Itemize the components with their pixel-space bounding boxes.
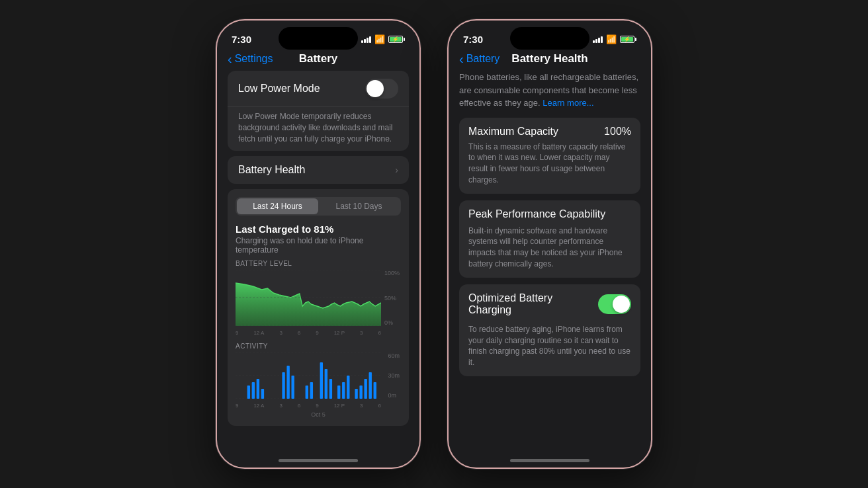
signal-icon-right bbox=[593, 35, 603, 43]
page-title-left: Battery bbox=[299, 52, 338, 65]
svg-rect-26 bbox=[374, 382, 376, 399]
xa-5: 9 bbox=[316, 403, 318, 409]
max-capacity-section: Maximum Capacity 100% This is a measure … bbox=[459, 118, 640, 194]
peak-title: Peak Performance Capability bbox=[468, 208, 631, 220]
svg-rect-17 bbox=[325, 369, 327, 399]
svg-rect-25 bbox=[369, 372, 372, 399]
peak-performance-card: Peak Performance Capability Built-in dyn… bbox=[459, 200, 640, 278]
chevron-right-icon: › bbox=[395, 165, 398, 175]
status-icons-left: 📶 ⚡ bbox=[361, 34, 405, 44]
y-labels-battery: 100% 50% 0% bbox=[384, 270, 400, 326]
xa-8: 6 bbox=[378, 403, 381, 409]
y-60m: 60m bbox=[388, 352, 400, 359]
back-chevron-right: ‹ bbox=[459, 52, 464, 65]
battery-level-label: BATTERY LEVEL bbox=[236, 260, 401, 267]
svg-rect-22 bbox=[355, 389, 357, 399]
low-power-description: Low Power Mode temporarily reduces backg… bbox=[228, 107, 409, 151]
svg-rect-23 bbox=[359, 386, 362, 399]
activity-chart-wrapper: 60m 30m 0m bbox=[236, 352, 381, 401]
x-label-7: 3 bbox=[360, 330, 363, 336]
svg-rect-10 bbox=[261, 389, 264, 399]
health-intro: Phone batteries, like all rechargeable b… bbox=[459, 71, 640, 118]
svg-rect-19 bbox=[337, 386, 340, 399]
charged-title: Last Charged to 81% bbox=[236, 224, 401, 235]
back-button-left[interactable]: ‹ Settings bbox=[228, 52, 273, 65]
phone-right: 7:30 📶 ⚡ ‹ Battery Battery Health bbox=[447, 19, 652, 469]
nav-bar-right: ‹ Battery Battery Health bbox=[449, 50, 651, 71]
svg-rect-14 bbox=[306, 386, 308, 399]
activity-label: ACTIVITY bbox=[236, 343, 401, 350]
home-indicator-right bbox=[510, 459, 589, 462]
svg-rect-11 bbox=[282, 372, 284, 399]
chart-tabs: Last 24 Hours Last 10 Days bbox=[236, 197, 401, 216]
optimized-charging-card: Optimized Battery Charging To reduce bat… bbox=[459, 284, 640, 376]
y-0: 0% bbox=[384, 319, 400, 326]
low-power-card: Low Power Mode Low Power Mode temporaril… bbox=[228, 71, 409, 151]
x-label-1: 9 bbox=[236, 330, 238, 336]
status-icons-right: 📶 ⚡ bbox=[593, 34, 636, 44]
xa-1: 9 bbox=[236, 403, 238, 409]
battery-health-label: Battery Health bbox=[238, 164, 395, 176]
tab-10days[interactable]: Last 10 Days bbox=[318, 198, 400, 214]
xa-4: 6 bbox=[298, 403, 300, 409]
dynamic-island-left bbox=[279, 27, 358, 50]
chart-header: Last Charged to 81% Charging was on hold… bbox=[236, 224, 401, 255]
chart-section: Last 24 Hours Last 10 Days Last Charged … bbox=[228, 189, 409, 426]
toggle-knob-optimized bbox=[613, 296, 630, 313]
svg-rect-7 bbox=[247, 386, 250, 399]
xa-3: 3 bbox=[279, 403, 282, 409]
svg-rect-21 bbox=[347, 376, 349, 399]
max-capacity-card: Maximum Capacity 100% This is a measure … bbox=[459, 118, 640, 194]
back-button-right[interactable]: ‹ Battery bbox=[459, 52, 499, 65]
optimized-row[interactable]: Optimized Battery Charging bbox=[459, 284, 640, 324]
low-power-toggle[interactable] bbox=[365, 79, 398, 99]
back-chevron-left: ‹ bbox=[228, 52, 232, 65]
svg-rect-15 bbox=[310, 382, 313, 399]
svg-rect-9 bbox=[257, 379, 259, 399]
tab-24hours[interactable]: Last 24 Hours bbox=[237, 198, 318, 214]
back-label-right: Battery bbox=[466, 53, 500, 65]
x-labels-activity: 9 12 A 3 6 9 12 P 3 6 bbox=[236, 403, 381, 409]
battery-health-row[interactable]: Battery Health › bbox=[228, 156, 409, 184]
back-label-left: Settings bbox=[235, 53, 273, 65]
toggle-knob-low-power bbox=[367, 80, 384, 97]
max-capacity-row: Maximum Capacity 100% bbox=[468, 126, 631, 138]
battery-icon-left: ⚡ bbox=[388, 36, 405, 43]
low-power-row[interactable]: Low Power Mode bbox=[228, 71, 409, 107]
x-label-6: 12 P bbox=[334, 330, 345, 336]
charged-subtitle: Charging was on hold due to iPhone tempe… bbox=[236, 236, 401, 255]
dynamic-island-right bbox=[510, 27, 589, 50]
activity-chart bbox=[236, 352, 381, 399]
x-label-5: 9 bbox=[316, 330, 318, 336]
time-left: 7:30 bbox=[232, 34, 251, 45]
date-label: Oct 5 bbox=[236, 411, 401, 418]
time-right: 7:30 bbox=[463, 34, 483, 45]
y-0m: 0m bbox=[388, 392, 400, 399]
optimized-label: Optimized Battery Charging bbox=[468, 292, 598, 316]
x-labels-battery: 9 12 A 3 6 9 12 P 3 6 bbox=[236, 330, 381, 336]
svg-rect-12 bbox=[286, 366, 289, 399]
max-capacity-label: Maximum Capacity bbox=[468, 126, 558, 138]
signal-icon-left bbox=[361, 35, 371, 43]
page-title-right: Battery Health bbox=[511, 52, 587, 65]
svg-rect-18 bbox=[329, 379, 332, 399]
svg-rect-20 bbox=[342, 382, 345, 399]
phone-left: 7:30 📶 ⚡ ‹ Settings Battery bbox=[216, 19, 421, 469]
low-power-label: Low Power Mode bbox=[238, 83, 365, 95]
x-label-4: 6 bbox=[298, 330, 300, 336]
svg-rect-24 bbox=[364, 379, 367, 399]
content-left: Low Power Mode Low Power Mode temporaril… bbox=[217, 71, 419, 460]
svg-rect-16 bbox=[320, 362, 323, 399]
wifi-icon-right: 📶 bbox=[606, 34, 617, 44]
optimized-toggle[interactable] bbox=[598, 294, 631, 314]
content-right: Phone batteries, like all rechargeable b… bbox=[449, 71, 651, 460]
learn-more-link[interactable]: Learn more... bbox=[542, 98, 593, 108]
xa-2: 12 A bbox=[253, 403, 264, 409]
battery-level-chart bbox=[236, 270, 381, 326]
max-capacity-value: 100% bbox=[604, 126, 631, 138]
y-30m: 30m bbox=[388, 372, 400, 379]
xa-6: 12 P bbox=[334, 403, 345, 409]
battery-health-card[interactable]: Battery Health › bbox=[228, 156, 409, 184]
y-100: 100% bbox=[384, 270, 400, 276]
optimized-description: To reduce battery aging, iPhone learns f… bbox=[459, 324, 640, 376]
